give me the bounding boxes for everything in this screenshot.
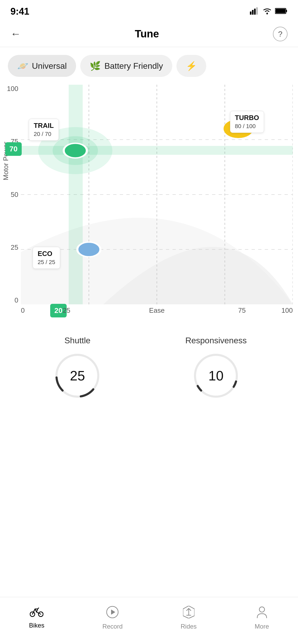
x-label-100: 100 xyxy=(282,306,293,315)
svg-rect-7 xyxy=(276,9,285,13)
nav-record-label: Record xyxy=(102,623,123,630)
y-axis: 100 75 50 25 0 xyxy=(5,85,20,304)
bikes-icon xyxy=(30,607,43,620)
tab-battery-label: Battery Friendly xyxy=(104,61,163,71)
rides-icon xyxy=(183,606,194,621)
y-label-100: 100 xyxy=(7,85,18,93)
tab-universal-label: Universal xyxy=(32,61,67,71)
gauge-shuttle-circle: 25 xyxy=(51,350,104,402)
y-active-badge: 70 xyxy=(5,142,22,156)
gauge-shuttle-label: Shuttle xyxy=(64,336,90,345)
back-button[interactable]: ← xyxy=(10,28,21,40)
nav-more[interactable]: More xyxy=(255,606,269,630)
svg-point-32 xyxy=(259,607,265,612)
gauges-section: Shuttle 25 Responsiveness 10 xyxy=(0,320,298,412)
page-title: Tune xyxy=(135,28,159,40)
nav-rides[interactable]: Rides xyxy=(181,606,197,630)
nav-rides-label: Rides xyxy=(181,623,197,630)
svg-rect-1 xyxy=(252,10,254,15)
more-icon xyxy=(256,606,268,621)
universal-icon: 🪐 xyxy=(17,61,28,71)
gauge-shuttle-value: 25 xyxy=(70,368,85,384)
gauge-responsiveness: Responsiveness 10 xyxy=(185,336,247,402)
svg-rect-2 xyxy=(254,9,256,15)
chart-container: 100 75 50 25 0 Motor Power xyxy=(5,85,293,320)
battery-icon xyxy=(275,8,288,15)
x-axis: 0 20 25 Ease 75 100 xyxy=(21,304,293,320)
svg-rect-15 xyxy=(69,85,83,304)
wifi-icon xyxy=(262,7,272,16)
y-label-0: 0 xyxy=(15,296,18,304)
svg-point-19 xyxy=(64,143,87,158)
svg-point-4 xyxy=(266,13,268,14)
nav-bikes[interactable]: Bikes xyxy=(29,607,44,629)
gauge-responsiveness-label: Responsiveness xyxy=(185,336,247,345)
gauge-responsiveness-circle: 10 xyxy=(190,350,242,402)
header: ← Tune ? xyxy=(0,21,298,47)
y-label-25: 25 xyxy=(11,243,18,252)
x-axis-title: Ease xyxy=(149,306,164,315)
tab-universal[interactable]: 🪐 Universal xyxy=(8,55,76,77)
status-time: 9:41 xyxy=(10,6,29,17)
nav-record[interactable]: Record xyxy=(102,606,123,630)
y-label-50: 50 xyxy=(11,191,18,199)
svg-marker-29 xyxy=(111,609,115,615)
gauge-shuttle: Shuttle 25 xyxy=(51,336,104,402)
extra-icon: ⚡ xyxy=(186,61,197,71)
svg-rect-3 xyxy=(256,7,258,15)
signal-icon xyxy=(250,7,259,16)
nav-bikes-label: Bikes xyxy=(29,622,44,629)
record-icon xyxy=(106,606,119,621)
x-label-0: 0 xyxy=(21,306,25,315)
svg-point-20 xyxy=(77,242,100,257)
svg-rect-6 xyxy=(286,10,287,12)
nav-more-label: More xyxy=(255,623,269,630)
tab-extra[interactable]: ⚡ xyxy=(176,55,206,77)
status-icons xyxy=(250,7,288,16)
svg-rect-0 xyxy=(250,12,251,15)
turbo-label: TURBO80 / 100 xyxy=(230,111,264,133)
x-label-25: 25 xyxy=(63,306,70,315)
tab-pills: 🪐 Universal 🌿 Battery Friendly ⚡ xyxy=(0,47,298,82)
bottom-nav: Bikes Record Rides More xyxy=(0,597,298,644)
battery-friendly-icon: 🌿 xyxy=(90,61,101,71)
status-bar: 9:41 xyxy=(0,0,298,21)
tab-battery[interactable]: 🌿 Battery Friendly xyxy=(80,55,172,77)
eco-label: ECO25 / 25 xyxy=(33,247,60,269)
help-button[interactable]: ? xyxy=(273,27,288,41)
gauge-responsiveness-value: 10 xyxy=(208,368,223,384)
x-label-75: 75 xyxy=(238,306,246,315)
trail-label: TRAIL20 / 70 xyxy=(29,119,59,141)
